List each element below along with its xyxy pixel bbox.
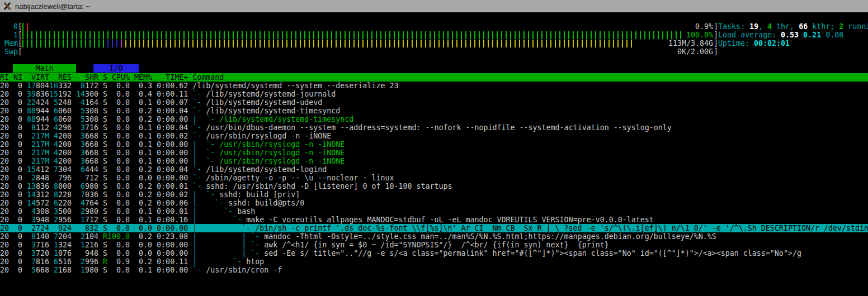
column-shr[interactable]: SHR [72, 73, 98, 82]
process-row-selected[interactable]: 2002724924832S0.00.00:00.00| `- /bin/sh … [0, 224, 868, 232]
process-row[interactable]: 200566821681980S0.00.10:00.00`- /usr/sbi… [0, 266, 868, 274]
meter-bracket-close: ] [714, 31, 718, 39]
process-row[interactable]: 200217M42003668S0.00.10:00.00| `- /usr/s… [0, 140, 868, 149]
process-command: `- /usr/sbin/cron -f [188, 266, 868, 274]
process-row[interactable]: 2002242452484164S0.00.10:00.07`- /lib/sy… [0, 98, 868, 107]
process-command: /lib/systemd/systemd --system --deserial… [188, 82, 868, 90]
meter-bracket-close: ] [714, 39, 718, 47]
process-command: | | `- awk /^<h1/ {in_syn = $0 ~ /id="SY… [188, 241, 868, 249]
meter-label: 0 [4, 22, 18, 31]
process-command: `- /lib/systemd/systemd-journald [188, 90, 868, 98]
process-row[interactable]: 2001431282287036S0.00.20:00.02| `- sshd:… [0, 190, 868, 199]
process-row[interactable]: 200781665162996R0.90.20:00.11| `- htop [0, 257, 868, 266]
load-average-line: Load average: 0.53 0.21 0.08 [718, 31, 868, 39]
process-command: `- /lib/systemd/systemd-logind [188, 165, 868, 174]
process-row[interactable]: 2001383680006980S0.00.20:00.01`- sshd: /… [0, 182, 868, 190]
window-title: nabijaczleweli@tarta: ~ [15, 2, 90, 11]
meter-swp: Swp[0K/2.00G] [4, 47, 718, 56]
meter-bar-yellow [125, 40, 635, 47]
process-command: `- /usr/sbin/rsyslogd -n -iNONE [188, 132, 868, 140]
meter-bracket-open: [ [18, 47, 22, 56]
process-row[interactable]: 200217M42003668S0.00.10:00.00| `- /usr/s… [0, 157, 868, 165]
meter-bracket-close: ] [714, 22, 718, 31]
column-virt[interactable]: VIRT [22, 73, 49, 82]
meter-1: 1[100.0%] [4, 31, 718, 39]
htop-header-area: 0[0.9%]1[100.0%]Mem[113M/3.84G]Swp[0K/2.… [0, 22, 868, 56]
meter-bar-green [22, 23, 27, 31]
htop-terminal: 0[0.9%]1[100.0%]Mem[113M/3.84G]Swp[0K/2.… [0, 12, 868, 296]
meter-bracket-open: [ [18, 31, 22, 39]
process-row[interactable]: 2001457262204764S0.00.20:00.06| `- sshd:… [0, 199, 868, 207]
process-command: `- /sbin/agetty -o -p -- \u --noclear - … [188, 174, 868, 182]
process-row[interactable]: 200430835002980S0.00.10:00.01| `- bash [0, 207, 868, 216]
meter-bracket-close: ] [714, 47, 718, 56]
process-row[interactable]: 200217M42003668S0.00.10:00.00| `- /usr/s… [0, 149, 868, 157]
process-command: | `- make -C voreutils allpages MANDOC=s… [188, 216, 868, 224]
meter-value: 100.0% [683, 31, 713, 39]
meter-label: Mem [4, 39, 18, 47]
process-row[interactable]: 200814072042104R100.00.20:23.08| | `- ma… [0, 232, 868, 241]
process-command: | `- /usr/sbin/rsyslogd -n -iNONE [188, 157, 868, 165]
column-cpu[interactable]: CPU% [107, 73, 130, 82]
column-command[interactable]: Command [188, 73, 868, 82]
process-command: | `- /bin/sh -c printf '.ds doc-%s-font … [188, 224, 868, 232]
process-row[interactable]: 2008894460605308S0.00.20:00.00| `- /lib/… [0, 115, 868, 123]
process-command: `- /usr/bin/dbus-daemon --system --addre… [188, 123, 868, 132]
stats-column: Tasks: 19, 4 thr, 66 kthr; 2 runningLoad… [718, 22, 868, 56]
column-mem[interactable]: MEM% [130, 73, 152, 82]
column-res[interactable]: RES [49, 73, 72, 82]
xterm-icon [3, 2, 12, 11]
process-row[interactable]: 200394829561712S0.00.10:00.16| `- make -… [0, 216, 868, 224]
process-command: | | `- mandoc -Thtml -Ostyle=../style.cs… [188, 232, 868, 241]
meter-track: 113M/3.84G [22, 39, 714, 47]
process-command: | `- bash [188, 207, 868, 216]
process-row[interactable]: 200371613241216S0.00.00:00.00| | `- awk … [0, 241, 868, 249]
meter-label: 1 [4, 31, 18, 39]
meters-column: 0[0.9%]1[100.0%]Mem[113M/3.84G]Swp[0K/2.… [0, 22, 718, 56]
meter-bracket-open: [ [18, 39, 22, 47]
meter-bar-green [22, 31, 714, 39]
meter-bar-blue [107, 40, 121, 47]
process-command: `- /lib/systemd/systemd-timesyncd [188, 107, 868, 115]
process-row[interactable]: 200811242963716S0.00.10:00.04`- /usr/bin… [0, 123, 868, 132]
column-s[interactable]: S [98, 73, 107, 82]
column-ri[interactable]: RI [0, 73, 9, 82]
process-row[interactable]: 2002848796712S0.00.00:00.00`- /sbin/aget… [0, 174, 868, 182]
process-row[interactable]: 2001541273046444S0.00.20:00.04`- /lib/sy… [0, 165, 868, 174]
window-titlebar: nabijaczleweli@tarta: ~ [0, 0, 868, 12]
meter-0: 0[0.9%] [4, 22, 718, 31]
process-row[interactable]: 200217M42003668S0.00.10:00.02`- /usr/sbi… [0, 132, 868, 140]
meter-track: 100.0% [22, 31, 714, 39]
meter-value: 0K/2.00G [674, 47, 713, 56]
process-row[interactable]: 20017804103328172S0.00.30:00.62/lib/syst… [0, 82, 868, 90]
process-command: | `- sshd: build@pts/0 [188, 199, 868, 207]
column-header[interactable]: RINIVIRTRESSHRSCPU%MEM%TIME+Command [0, 73, 868, 82]
process-row[interactable]: 20037201076948S0.00.00:00.00| | `- sed -… [0, 249, 868, 257]
uptime-line: Uptime: 00:02:01 [718, 39, 868, 47]
process-command: | `- sshd: build [priv] [188, 190, 868, 199]
meter-track: 0K/2.00G [22, 47, 714, 56]
process-command: | | `- sed -Ee s/ title=".."//g -e s/<a … [188, 249, 868, 257]
column-time[interactable]: TIME+ [152, 73, 188, 82]
meter-bar-red [27, 23, 31, 31]
meter-mem: Mem[113M/3.84G] [4, 39, 718, 47]
tasks-line: Tasks: 19, 4 thr, 66 kthr; 2 running [718, 22, 868, 31]
meter-bracket-open: [ [18, 22, 22, 31]
tab-main[interactable]: Main [13, 64, 76, 73]
process-command: | `- htop [188, 257, 868, 266]
process-row[interactable]: 200398361519214300S0.00.40:00.11`- /lib/… [0, 90, 868, 98]
process-command: | `- /lib/systemd/systemd-timesyncd [188, 115, 868, 123]
tab-io[interactable]: I/O [93, 64, 139, 73]
meter-track: 0.9% [22, 22, 714, 31]
process-command: `- sshd: /usr/sbin/sshd -D [listener] 0 … [188, 182, 868, 190]
column-ni[interactable]: NI [9, 73, 22, 82]
process-row[interactable]: 2008894460605308S0.00.20:00.04`- /lib/sy… [0, 107, 868, 115]
process-command: `- /lib/systemd/systemd-udevd [188, 98, 868, 107]
process-table: 20017804103328172S0.00.30:00.62/lib/syst… [0, 82, 868, 274]
meter-label: Swp [4, 47, 18, 56]
meter-bar-green [22, 40, 107, 47]
meter-value: 113M/3.84G [665, 39, 713, 47]
screen-tabs: MainI/O [0, 64, 868, 73]
xterm-window: nabijaczleweli@tarta: ~ 0[0.9%]1[100.0%]… [0, 0, 868, 296]
process-command: | `- /usr/sbin/rsyslogd -n -iNONE [188, 149, 868, 157]
